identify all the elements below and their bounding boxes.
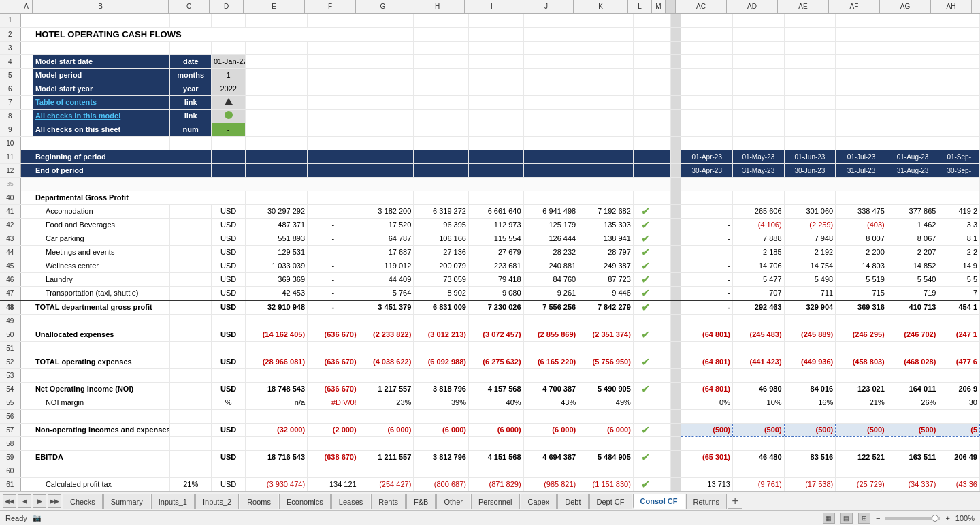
tab-inputs2[interactable]: Inputs_2 [195,494,239,509]
period-type: months [170,68,211,82]
noi-margin-ah: 30 [938,396,980,409]
meetings-f: - [308,245,359,259]
total-opex-ad: (441 423) [733,355,785,368]
carpark-f: - [308,232,359,245]
zoom-slider[interactable] [885,517,940,520]
fnb-e: 487 371 [246,218,308,232]
tab-inputs1[interactable]: Inputs_1 [151,494,195,509]
row-47: 47 Transportation (taxi, shuttle) USD 42… [0,286,980,300]
tab-economics[interactable]: Economics [279,494,331,509]
row-58: 58 [0,436,980,450]
fnb-g: 17 520 [359,218,414,232]
non-op-currency: USD [211,423,245,436]
tab-dept-cf[interactable]: Dept CF [589,494,632,509]
laundry-ag: 5 540 [887,272,938,286]
calc-tax-af: (25 729) [836,477,887,491]
dept-section-label: Departmental Gross Profit [33,191,245,204]
total-dept-g: 3 451 379 [359,300,414,315]
tab-nav-left[interactable]: ◀ [18,494,31,508]
zoom-minus[interactable]: − [876,514,880,522]
transport-ag: 719 [887,286,938,300]
total-dept-i: 7 230 026 [468,300,523,315]
tab-fb[interactable]: F&B [406,494,436,509]
noi-margin-i: 40% [468,396,523,409]
total-dept-j: 7 556 256 [523,300,578,315]
total-opex-ac: (64 801) [681,355,733,368]
ebitda-ac: (65 301) [681,450,733,464]
total-opex-check: ✔ [641,356,650,368]
accom-currency: USD [211,204,245,218]
toc-label[interactable]: Table of contents [33,95,170,109]
non-op-k: (6 000) [578,423,634,436]
carpark-label: Car parking [33,232,170,245]
row-52: 52 TOTAL operating expenses USD (28 966 … [0,355,980,368]
status-right: ▦ ▤ ⊞ − + 100% [823,513,975,524]
wellness-af: 14 803 [836,259,887,272]
row-11: 11 Beginning of period 01-Apr-23 01-Ma [0,150,980,163]
zoom-plus[interactable]: + [945,514,949,522]
tab-nav-right-right[interactable]: ▶▶ [48,494,61,508]
transport-j: 9 261 [523,286,578,300]
view-layout-icon[interactable]: ▤ [840,513,853,524]
accom-i: 6 661 640 [468,204,523,218]
tab-rents[interactable]: Rents [371,494,406,509]
tab-debt[interactable]: Debt [557,494,588,509]
noi-margin-af: 21% [836,396,887,409]
ebitda-h: 3 812 796 [414,450,469,464]
laundry-h: 73 059 [414,272,469,286]
row-57: 57 Non-operating incomes and expenses US… [0,423,980,436]
fnb-k: 135 303 [578,218,634,232]
calc-tax-ad: (9 761) [733,477,785,491]
non-op-label: Non-operating incomes and expenses [33,423,170,436]
status-macro-icon: 📷 [33,514,41,522]
wellness-g: 119 012 [359,259,414,272]
tab-summary[interactable]: Summary [103,494,150,509]
status-ready: Ready [5,514,27,522]
col-header-rn [0,0,20,13]
non-op-f: (2 000) [308,423,359,436]
tab-returns[interactable]: Returns [686,494,728,509]
laundry-ad: 5 477 [733,272,785,286]
meetings-ac: - [681,245,733,259]
total-dept-check: ✔ [641,302,650,313]
tab-rooms[interactable]: Rooms [240,494,278,509]
tab-checks[interactable]: Checks [63,494,103,509]
view-page-icon[interactable]: ⊞ [858,513,870,524]
accom-ag: 377 865 [887,204,938,218]
row-2: 2 HOTEL OPERATING CASH FLOWS [0,27,980,41]
tab-nav-left-left[interactable]: ◀◀ [3,494,16,508]
tab-personnel[interactable]: Personnel [471,494,520,509]
transport-ac: - [681,286,733,300]
tab-add-button[interactable]: + [728,494,742,509]
eop-label: End of period [33,163,211,177]
calc-tax-ag: (34 337) [887,477,938,491]
col-header-sep [666,0,676,13]
laundry-ae: 5 498 [784,272,836,286]
view-normal-icon[interactable]: ▦ [823,513,835,524]
tab-capex[interactable]: Capex [521,494,557,509]
tab-nav-right[interactable]: ▶ [33,494,46,508]
col-header-af: AF [829,0,880,13]
row-5: 5 Model period months 1 [0,68,980,82]
carpark-i: 115 554 [468,232,523,245]
total-dept-h: 6 831 009 [414,300,469,315]
tab-other[interactable]: Other [436,494,470,509]
tab-consol-cf[interactable]: Consol CF [633,494,685,509]
noi-margin-e: n/a [246,396,308,409]
laundry-e: 369 369 [246,272,308,286]
total-dept-af: 369 316 [836,300,887,315]
carpark-ah: 8 1 [938,232,980,245]
total-dept-currency: USD [211,300,245,315]
tab-leases[interactable]: Leases [331,494,370,509]
total-opex-ae: (449 936) [784,355,836,368]
unalloc-i: (3 072 457) [468,328,523,341]
ebitda-ae: 83 516 [784,450,836,464]
laundry-f: - [308,272,359,286]
ebitda-ad: 46 480 [733,450,785,464]
laundry-g: 44 409 [359,272,414,286]
carpark-j: 126 444 [523,232,578,245]
wellness-ag: 14 852 [887,259,938,272]
meetings-ag: 2 207 [887,245,938,259]
checks-model-label[interactable]: All checks in this model [33,109,170,123]
ebitda-j: 4 694 387 [523,450,578,464]
